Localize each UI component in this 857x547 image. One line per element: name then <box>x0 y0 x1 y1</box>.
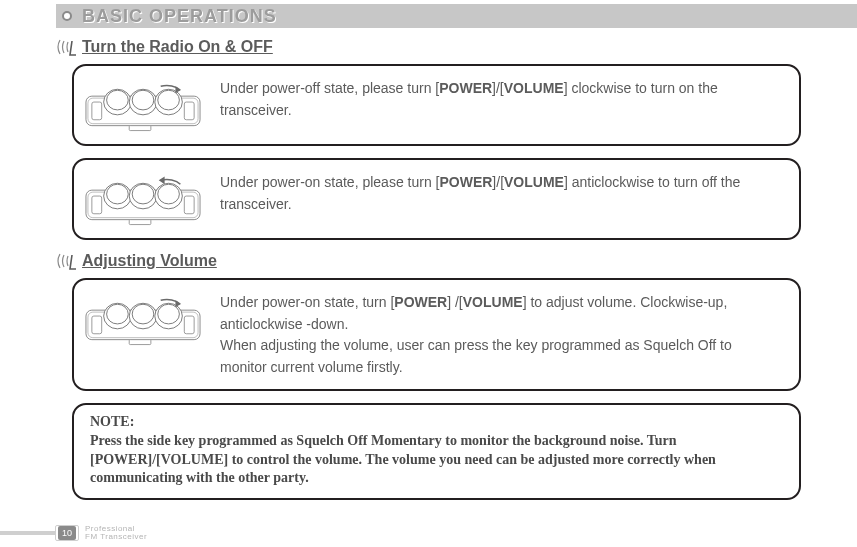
svg-point-20 <box>132 184 154 204</box>
text-fragment: When adjusting the volume, user can pres… <box>220 337 732 375</box>
footer-brand-line2: FM Transceiver <box>85 533 147 541</box>
instruction-card-power-on: Under power-off state, please turn [POWE… <box>72 64 801 146</box>
svg-marker-23 <box>159 176 165 184</box>
keyword-volume: VOLUME <box>504 80 564 96</box>
svg-point-22 <box>158 184 180 204</box>
radio-top-knobs-icon <box>84 170 202 228</box>
page-number: 10 <box>58 526 76 540</box>
radio-waves-icon <box>56 252 76 270</box>
instruction-text: Under power-on state, turn [POWER] /[VOL… <box>220 290 781 379</box>
instruction-card-power-off: Under power-on state, please turn [POWER… <box>72 158 801 240</box>
svg-rect-4 <box>129 126 151 131</box>
text-fragment: Under power-on state, please turn [ <box>220 174 439 190</box>
radio-top-knobs-icon <box>84 290 202 348</box>
section-heading-adjust-volume: Adjusting Volume <box>56 252 857 270</box>
svg-rect-26 <box>92 316 102 334</box>
instruction-text: Under power-on state, please turn [POWER… <box>220 170 781 215</box>
svg-rect-28 <box>129 340 151 345</box>
svg-point-10 <box>158 90 180 110</box>
svg-point-6 <box>107 90 129 110</box>
keyword-volume: VOLUME <box>504 174 564 190</box>
footer-brand: Professional FM Transceiver <box>85 525 147 541</box>
page-number-wrap: 10 <box>55 525 79 541</box>
text-fragment: Under power-on state, turn [ <box>220 294 394 310</box>
svg-rect-14 <box>92 196 102 214</box>
keyword-power: POWER <box>439 174 492 190</box>
banner: BASIC OPERATIONS <box>56 4 857 28</box>
note-body: Press the side key programmed as Squelch… <box>90 432 783 489</box>
section-heading-turn-on-off: Turn the Radio On & OFF <box>56 38 857 56</box>
text-fragment: ]/[ <box>492 174 504 190</box>
keyword-power: POWER <box>439 80 492 96</box>
bullet-ring-icon <box>62 11 72 21</box>
radio-top-knobs-icon <box>84 76 202 134</box>
footer: 10 Professional FM Transceiver <box>0 525 147 541</box>
text-fragment: ] /[ <box>447 294 463 310</box>
instruction-text: Under power-off state, please turn [POWE… <box>220 76 781 121</box>
svg-point-30 <box>107 304 129 324</box>
instruction-card-adjust-volume: Under power-on state, turn [POWER] /[VOL… <box>72 278 801 391</box>
svg-rect-27 <box>184 316 194 334</box>
keyword-power: POWER <box>394 294 447 310</box>
svg-point-18 <box>107 184 129 204</box>
svg-point-8 <box>132 90 154 110</box>
svg-rect-15 <box>184 196 194 214</box>
note-box: NOTE: Press the side key programmed as S… <box>72 403 801 501</box>
text-fragment: ]/[ <box>492 80 504 96</box>
section-heading-text: Turn the Radio On & OFF <box>82 38 273 56</box>
svg-point-34 <box>158 304 180 324</box>
radio-waves-icon <box>56 38 76 56</box>
svg-point-32 <box>132 304 154 324</box>
footer-bar <box>0 531 56 535</box>
note-label: NOTE: <box>90 413 783 432</box>
svg-rect-2 <box>92 102 102 120</box>
section-heading-text: Adjusting Volume <box>82 252 217 270</box>
banner-title: BASIC OPERATIONS <box>82 6 277 27</box>
text-fragment: Under power-off state, please turn [ <box>220 80 439 96</box>
svg-rect-3 <box>184 102 194 120</box>
keyword-volume: VOLUME <box>463 294 523 310</box>
svg-rect-16 <box>129 220 151 225</box>
